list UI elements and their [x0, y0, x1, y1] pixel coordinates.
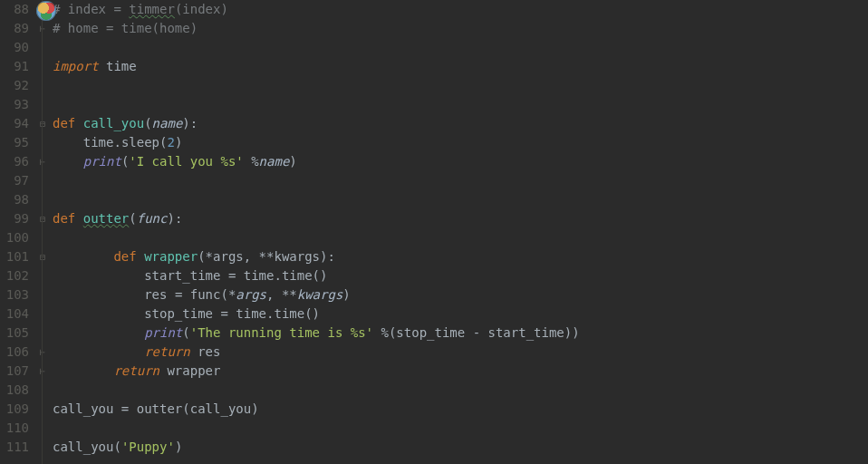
- line-number: 108: [0, 381, 29, 400]
- code-token: [53, 154, 83, 169]
- code-token: res: [190, 344, 221, 359]
- code-token: .: [113, 135, 121, 150]
- code-token: wrapper: [144, 249, 198, 264]
- code-line[interactable]: print('The running time is %s' %(stop_ti…: [53, 324, 868, 343]
- fold-marker: [34, 228, 51, 247]
- code-token: (*: [220, 287, 236, 302]
- fold-marker: [34, 95, 51, 114]
- code-line[interactable]: time.sleep(2): [53, 133, 868, 152]
- code-token: time: [236, 306, 266, 321]
- code-token: [53, 135, 83, 150]
- code-line[interactable]: [53, 190, 868, 209]
- code-token: 'Puppy': [121, 440, 175, 454]
- code-token: outter: [137, 401, 183, 416]
- fold-marker[interactable]: ⊢: [34, 343, 51, 362]
- code-token: time: [106, 59, 137, 73]
- line-number: 93: [0, 95, 29, 114]
- code-area[interactable]: # index = timmer(index)# home = time(hom…: [51, 0, 868, 464]
- fold-marker: [34, 190, 51, 209]
- code-token: res: [144, 287, 175, 302]
- code-token: time: [244, 268, 275, 283]
- code-token: =: [228, 268, 244, 283]
- fold-column[interactable]: ⊢⊟⊢⊟⊟⊢⊢: [34, 0, 51, 464]
- code-line[interactable]: [53, 171, 868, 190]
- code-token: , **: [244, 249, 275, 264]
- code-token: (*: [198, 249, 213, 264]
- code-line[interactable]: [53, 76, 868, 95]
- fold-marker[interactable]: ⊢: [34, 152, 51, 171]
- fold-marker[interactable]: ⊢: [34, 19, 51, 38]
- line-number: 90: [0, 38, 29, 57]
- fold-marker[interactable]: ⊢: [34, 362, 51, 381]
- code-line[interactable]: [53, 381, 868, 400]
- code-line[interactable]: def call_you(name):: [53, 114, 868, 133]
- line-number: 106: [0, 343, 29, 362]
- code-token: args: [236, 287, 266, 302]
- line-number: 97: [0, 171, 29, 190]
- code-token: ):: [182, 116, 198, 130]
- code-line[interactable]: import time: [53, 57, 868, 76]
- code-token: [53, 325, 144, 340]
- code-line[interactable]: print('I call you %s' %name): [53, 152, 868, 171]
- code-editor[interactable]: 8889909192939495969798991001011021031041…: [0, 0, 868, 464]
- code-line[interactable]: [53, 419, 868, 438]
- code-token: time: [274, 306, 304, 321]
- code-line[interactable]: call_you('Puppy'): [53, 438, 868, 457]
- fold-marker[interactable]: ⊟: [34, 247, 51, 266]
- code-token: args: [213, 249, 244, 264]
- line-number: 103: [0, 285, 29, 304]
- code-token: (index): [175, 2, 228, 16]
- code-token: (: [129, 211, 136, 226]
- code-line[interactable]: return wrapper: [53, 362, 868, 381]
- code-token: def: [113, 249, 144, 264]
- line-number: 104: [0, 304, 29, 324]
- code-line[interactable]: def outter(func):: [53, 209, 868, 228]
- floating-toolbar-icon[interactable]: [36, 1, 56, 21]
- code-line[interactable]: call_you = outter(call_you): [53, 400, 868, 419]
- code-token: def: [53, 211, 83, 226]
- code-token: # home = time(home): [53, 21, 198, 35]
- code-token: (: [144, 116, 151, 130]
- code-token: [53, 249, 113, 264]
- fold-marker: [34, 324, 51, 343]
- line-number: 95: [0, 133, 29, 152]
- code-line[interactable]: def wrapper(*args, **kwargs):: [53, 247, 868, 266]
- fold-marker[interactable]: ⊟: [34, 114, 51, 133]
- code-line[interactable]: stop_time = time.time(): [53, 304, 868, 324]
- code-token: call_you: [53, 401, 121, 416]
- code-token: call_you: [190, 401, 251, 416]
- line-number: 96: [0, 152, 29, 171]
- line-number: 94: [0, 114, 29, 133]
- line-number: 99: [0, 209, 29, 228]
- line-number-gutter: 8889909192939495969798991001011021031041…: [0, 0, 34, 464]
- code-token: name: [259, 154, 290, 169]
- line-number: 91: [0, 57, 29, 76]
- code-token: [53, 287, 144, 302]
- code-token: import: [53, 59, 99, 73]
- code-line[interactable]: [53, 38, 868, 57]
- code-line[interactable]: # home = time(home): [53, 19, 868, 38]
- code-token: [53, 306, 144, 321]
- code-line[interactable]: [53, 95, 868, 114]
- code-token: (: [182, 401, 189, 416]
- indent-guide: [42, 0, 43, 464]
- code-token: )): [564, 325, 580, 340]
- code-line[interactable]: res = func(*args, **kwargs): [53, 285, 868, 304]
- code-token: kwargs: [274, 249, 320, 264]
- code-token: (): [313, 268, 328, 283]
- code-line[interactable]: return res: [53, 343, 868, 362]
- code-token: [53, 344, 144, 359]
- code-token: -: [473, 325, 488, 340]
- code-token: [99, 59, 106, 73]
- code-line[interactable]: # index = timmer(index): [53, 0, 868, 19]
- code-line[interactable]: start_time = time.time(): [53, 266, 868, 285]
- code-token: print: [144, 325, 182, 340]
- code-token: sleep: [121, 135, 159, 150]
- fold-marker[interactable]: ⊟: [34, 209, 51, 228]
- code-token: ): [175, 440, 182, 454]
- fold-marker: [34, 171, 51, 190]
- code-token: 2: [167, 135, 174, 150]
- code-token: print: [83, 154, 121, 169]
- code-token: # index =: [53, 2, 129, 16]
- code-line[interactable]: [53, 228, 868, 247]
